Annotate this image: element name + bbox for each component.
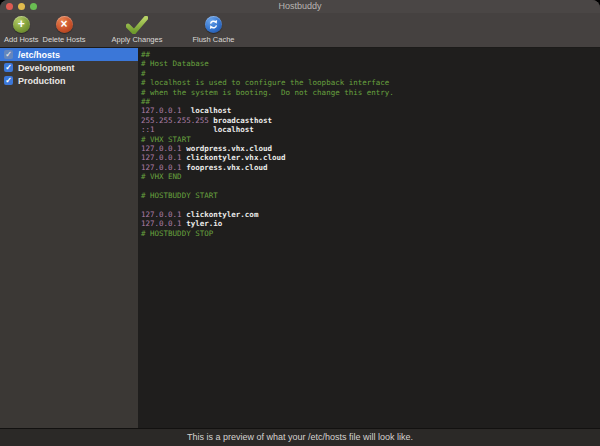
hosts-line: 127.0.0.1 localhost <box>141 106 600 115</box>
close-button[interactable] <box>6 3 13 10</box>
apply-changes-button[interactable]: Apply Changes <box>112 14 163 44</box>
hosts-line: # when the system is booting. Do not cha… <box>141 88 600 97</box>
hostname: foopress.vhx.cloud <box>186 163 267 172</box>
comment-text: ## <box>141 50 150 59</box>
ip-address: 127.0.0.1 <box>141 153 182 162</box>
ip-address: 127.0.0.1 <box>141 144 182 153</box>
toolbar-button-label: Add Hosts <box>4 35 39 44</box>
sidebar-item-development[interactable]: ✓Development <box>0 61 138 74</box>
sidebar-item-production[interactable]: ✓Production <box>0 74 138 87</box>
hosts-line: 127.0.0.1 foopress.vhx.cloud <box>141 163 600 172</box>
sidebar-item-label: /etc/hosts <box>18 50 60 60</box>
hosts-line: # Host Database <box>141 59 600 68</box>
sidebar-item-label: Production <box>18 76 66 86</box>
toolbar: +Add Hosts×Delete HostsApply ChangesFlus… <box>0 13 600 48</box>
app-window: Hostbuddy +Add Hosts×Delete HostsApply C… <box>0 0 600 446</box>
hostname: broadcasthost <box>213 116 272 125</box>
hosts-line <box>141 182 600 191</box>
hostname: clickontyler.vhx.cloud <box>186 153 285 162</box>
status-bar: This is a preview of what your /etc/host… <box>0 428 600 446</box>
comment-text: # VHX END <box>141 172 182 181</box>
hosts-line: # VHX START <box>141 135 600 144</box>
checkbox[interactable]: ✓ <box>4 50 13 59</box>
delete-hosts-button[interactable]: ×Delete Hosts <box>43 14 86 44</box>
add-hosts-button[interactable]: +Add Hosts <box>4 14 39 44</box>
comment-text: ## <box>141 97 150 106</box>
comment-text: # <box>141 69 146 78</box>
comment-text: # HOSTBUDDY START <box>141 191 218 200</box>
plus-sphere-icon: + <box>13 14 30 35</box>
toolbar-button-label: Delete Hosts <box>43 35 86 44</box>
comment-text: # localhost is used to configure the loo… <box>141 78 389 87</box>
hostname: tyler.io <box>186 219 222 228</box>
sidebar-item-etc-hosts[interactable]: ✓/etc/hosts <box>0 48 138 61</box>
hosts-preview-editor[interactable]: ### Host Database## localhost is used to… <box>138 48 600 428</box>
ip-address: 255.255.255.255 <box>141 116 209 125</box>
hosts-line: # localhost is used to configure the loo… <box>141 78 600 87</box>
window-title: Hostbuddy <box>0 0 600 13</box>
titlebar: Hostbuddy <box>0 0 600 13</box>
ip-address: 127.0.0.1 <box>141 219 182 228</box>
comment-text: # Host Database <box>141 59 209 68</box>
ip-address: 127.0.0.1 <box>141 163 182 172</box>
hosts-line: 127.0.0.1 tyler.io <box>141 219 600 228</box>
hosts-line: # HOSTBUDDY START <box>141 191 600 200</box>
checkbox[interactable]: ✓ <box>4 63 13 72</box>
comment-text: # HOSTBUDDY STOP <box>141 229 213 238</box>
comment-text: # when the system is booting. Do not cha… <box>141 88 394 97</box>
flush-cache-button[interactable]: Flush Cache <box>192 14 234 44</box>
hosts-line: # VHX END <box>141 172 600 181</box>
minimize-button[interactable] <box>18 3 25 10</box>
toolbar-button-label: Apply Changes <box>112 35 163 44</box>
hosts-line: ::1 localhost <box>141 125 600 134</box>
hostname: clickontyler.com <box>186 210 258 219</box>
checkbox[interactable]: ✓ <box>4 76 13 85</box>
traffic-lights <box>6 3 37 10</box>
toolbar-button-label: Flush Cache <box>192 35 234 44</box>
ip-address: 127.0.0.1 <box>141 210 182 219</box>
hostname: localhost <box>191 106 232 115</box>
hosts-line <box>141 201 600 210</box>
hostname: localhost <box>213 125 254 134</box>
checkmark-icon <box>126 14 148 35</box>
hosts-line: 127.0.0.1 wordpress.vhx.cloud <box>141 144 600 153</box>
comment-text: # VHX START <box>141 135 191 144</box>
hosts-line: ## <box>141 50 600 59</box>
hosts-line: 127.0.0.1 clickontyler.vhx.cloud <box>141 153 600 162</box>
ip-address: ::1 <box>141 125 155 134</box>
hosts-line: ## <box>141 97 600 106</box>
refresh-sphere-icon <box>205 14 222 35</box>
sidebar: ✓/etc/hosts✓Development✓Production <box>0 48 138 428</box>
hosts-line: 127.0.0.1 clickontyler.com <box>141 210 600 219</box>
zoom-button[interactable] <box>30 3 37 10</box>
main-content: ✓/etc/hosts✓Development✓Production ### H… <box>0 48 600 428</box>
cross-sphere-icon: × <box>56 14 73 35</box>
sidebar-item-label: Development <box>18 63 75 73</box>
hosts-line: 255.255.255.255 broadcasthost <box>141 116 600 125</box>
ip-address: 127.0.0.1 <box>141 106 182 115</box>
hosts-line: # <box>141 69 600 78</box>
hostname: wordpress.vhx.cloud <box>186 144 272 153</box>
status-text: This is a preview of what your /etc/host… <box>187 432 413 442</box>
hosts-line: # HOSTBUDDY STOP <box>141 229 600 238</box>
